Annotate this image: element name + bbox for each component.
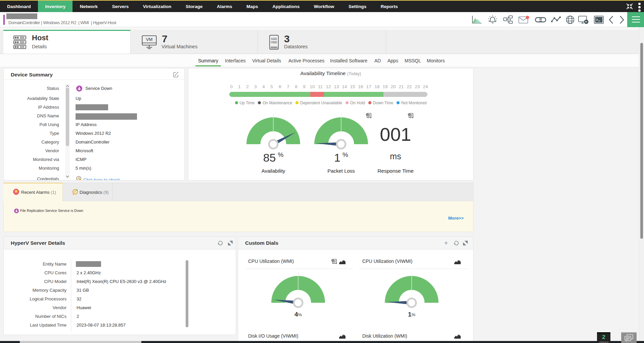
svg-text:VM: VM xyxy=(146,37,153,42)
svg-text:HDD: HDD xyxy=(271,41,277,44)
svg-text:SSD: SSD xyxy=(271,37,277,41)
